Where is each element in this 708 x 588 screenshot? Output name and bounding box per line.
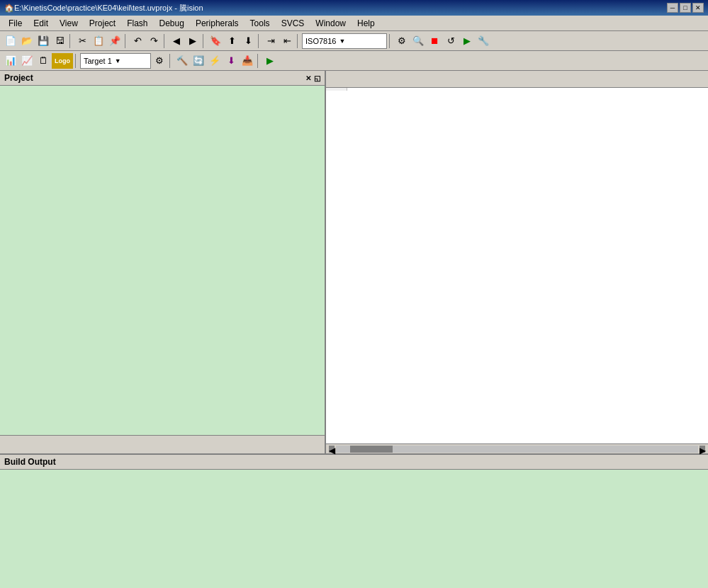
- target-label: Target 1: [84, 57, 112, 65]
- new-file-button[interactable]: 📄: [3, 33, 18, 49]
- tb2-btn3[interactable]: 🗒: [35, 53, 51, 69]
- build-content: [0, 470, 708, 588]
- toolbar-secondary: 📊 📈 🗒 Logo Target 1 ▼ ⚙ 🔨 🔄 ⚡ ⬇ 📥 ▶: [0, 51, 708, 71]
- download2-button[interactable]: 📥: [240, 53, 255, 69]
- menu-item-flash[interactable]: Flash: [121, 17, 153, 30]
- menu-item-view[interactable]: View: [54, 17, 84, 30]
- bookmark-next-button[interactable]: ⬇: [240, 33, 256, 49]
- code-lines: [326, 88, 708, 91]
- download-button[interactable]: ⬇: [223, 53, 239, 69]
- toolbar-main: 📄 📂 💾 🖫 ✂ 📋 📌 ↶ ↷ ◀ ▶ 🔖 ⬆ ⬇ ⇥ ⇤ ISO7816 …: [0, 31, 708, 51]
- panel-float-button[interactable]: ◱: [314, 74, 320, 82]
- project-panel: Project ✕ ◱: [0, 71, 326, 453]
- titlebar-controls: ─ □ ✕: [667, 3, 704, 13]
- menu-item-edit[interactable]: Edit: [28, 17, 54, 30]
- project-panel-title: Project: [4, 73, 33, 83]
- bookmark-prev-button[interactable]: ⬆: [224, 33, 240, 49]
- logo-button[interactable]: Logo: [52, 53, 73, 69]
- undo-button[interactable]: ↶: [130, 33, 145, 49]
- reset-button[interactable]: ↺: [443, 33, 459, 49]
- tb2-btn2[interactable]: 📈: [19, 53, 35, 69]
- menu-item-file[interactable]: File: [3, 17, 28, 30]
- sep-t2-3: [257, 54, 260, 68]
- project-tabs: [0, 435, 325, 453]
- rebuild-button[interactable]: 🔄: [191, 53, 206, 69]
- target-settings-button[interactable]: ⚙: [152, 53, 167, 69]
- scrollbar-left-arrow[interactable]: ◀: [329, 446, 335, 453]
- paste-button[interactable]: 📌: [107, 33, 123, 49]
- run-button[interactable]: ▶: [459, 33, 475, 49]
- line-numbers: [326, 88, 347, 91]
- save-button[interactable]: 💾: [35, 33, 51, 49]
- menu-item-project[interactable]: Project: [84, 17, 121, 30]
- horizontal-scrollbar[interactable]: ◀ ▶: [326, 443, 708, 453]
- separator-6: [297, 34, 300, 48]
- save-all-button[interactable]: 🖫: [52, 33, 67, 49]
- compile-button[interactable]: ⚡: [207, 53, 223, 69]
- minimize-button[interactable]: ─: [667, 3, 678, 13]
- build-panel: Build Output: [0, 453, 708, 588]
- menu-item-peripherals[interactable]: Peripherals: [190, 17, 245, 30]
- bookmark-button[interactable]: 🔖: [208, 33, 223, 49]
- iso-label: ISO7816: [305, 37, 336, 45]
- iso-dropdown[interactable]: ISO7816 ▼: [302, 33, 387, 49]
- close-button[interactable]: ✕: [692, 3, 704, 13]
- sep-t2-2: [169, 54, 172, 68]
- panel-close-button[interactable]: ✕: [305, 74, 311, 82]
- settings-button[interactable]: 🔧: [476, 33, 491, 49]
- menu-item-tools[interactable]: Tools: [245, 17, 276, 30]
- redo-button[interactable]: ↷: [146, 33, 162, 49]
- outdent-button[interactable]: ⇤: [279, 33, 295, 49]
- debug-button[interactable]: 🔍: [410, 33, 426, 49]
- code-tabs: [326, 71, 708, 88]
- menu-item-debug[interactable]: Debug: [154, 17, 190, 30]
- stop-button[interactable]: ⏹: [427, 33, 442, 49]
- titlebar-title: E:\KinetisCode\practice\KE04\keil\test.u…: [14, 3, 203, 13]
- project-panel-header: Project ✕ ◱: [0, 71, 325, 86]
- work-area: Project ✕ ◱ ◀ ▶: [0, 71, 708, 453]
- code-text: [347, 88, 708, 91]
- separator-2: [125, 34, 128, 48]
- dbg-run-button[interactable]: ▶: [262, 53, 278, 69]
- scrollbar-right-arrow[interactable]: ▶: [699, 446, 705, 453]
- project-tree: [0, 86, 325, 435]
- iso-dropdown-arrow: ▼: [339, 38, 345, 45]
- separator-3: [164, 34, 167, 48]
- build-title: Build Output: [4, 457, 56, 467]
- scrollbar-track[interactable]: [336, 446, 698, 453]
- maximize-button[interactable]: □: [680, 3, 691, 13]
- titlebar: 🏠 E:\KinetisCode\practice\KE04\keil\test…: [0, 0, 708, 16]
- titlebar-icon: 🏠: [4, 4, 14, 13]
- code-content[interactable]: [326, 88, 708, 443]
- nav-fwd-button[interactable]: ▶: [185, 33, 201, 49]
- menu-item-svcs[interactable]: SVCS: [276, 17, 310, 30]
- target-dropdown-arrow: ▼: [115, 57, 121, 64]
- menubar: FileEditViewProjectFlashDebugPeripherals…: [0, 16, 708, 31]
- scrollbar-thumb[interactable]: [350, 446, 393, 453]
- cut-button[interactable]: ✂: [74, 33, 90, 49]
- separator-4: [203, 34, 206, 48]
- config-button[interactable]: ⚙: [394, 33, 410, 49]
- separator-5: [258, 34, 261, 48]
- code-panel: ◀ ▶: [326, 71, 708, 453]
- menu-item-window[interactable]: Window: [310, 17, 352, 30]
- menu-item-help[interactable]: Help: [352, 17, 381, 30]
- build-header: Build Output: [0, 455, 708, 470]
- target-dropdown[interactable]: Target 1 ▼: [80, 53, 151, 69]
- tb2-btn1[interactable]: 📊: [3, 53, 18, 69]
- build-button[interactable]: 🔨: [174, 53, 190, 69]
- separator-1: [69, 34, 72, 48]
- sep-t2-1: [75, 54, 78, 68]
- copy-button[interactable]: 📋: [91, 33, 106, 49]
- separator-7: [389, 34, 392, 48]
- nav-back-button[interactable]: ◀: [169, 33, 184, 49]
- open-file-button[interactable]: 📂: [19, 33, 35, 49]
- indent-button[interactable]: ⇥: [263, 33, 279, 49]
